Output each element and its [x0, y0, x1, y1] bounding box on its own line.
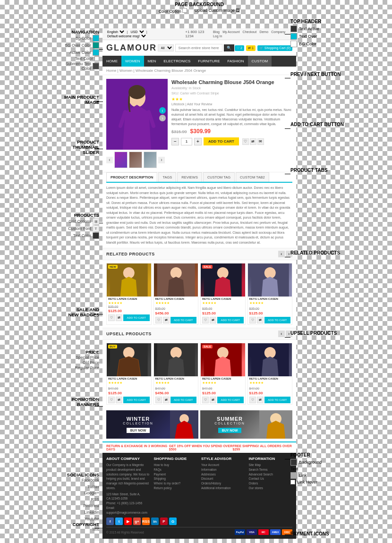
facebook-icon[interactable]: f: [106, 518, 114, 525]
thumb-prev-btn[interactable]: ‹: [106, 157, 113, 163]
linkedin-icon[interactable]: in: [151, 518, 159, 525]
nav-home[interactable]: HOME: [102, 56, 121, 67]
upsell-prev-arrow[interactable]: ‹: [278, 331, 285, 337]
search-input[interactable]: [175, 44, 222, 52]
nav-women[interactable]: WOMEN: [121, 56, 144, 67]
upsell-card-4-add-btn[interactable]: ADD TO CART: [264, 397, 291, 403]
nav-text-checkbox[interactable]: [94, 56, 99, 61]
card-2-wishlist[interactable]: ♡: [155, 317, 162, 323]
summer-buy-btn[interactable]: BUY NOW: [218, 428, 242, 433]
grid-options-btn[interactable]: ⊞: [93, 218, 99, 225]
related-prev-arrow[interactable]: ‹: [278, 251, 285, 257]
language-select[interactable]: English: [105, 30, 126, 34]
nav-bg-over-swatch[interactable]: [93, 42, 99, 49]
products-text-swatch[interactable]: [93, 232, 99, 239]
thumb-3[interactable]: [144, 152, 157, 168]
next-button[interactable]: ›: [159, 115, 166, 121]
upsell-card-3-wishlist[interactable]: ♡: [202, 397, 209, 403]
cart-icon[interactable]: 🛒 Shopping Cart (0): [257, 45, 292, 51]
faqs-link[interactable]: FAQs: [154, 468, 162, 471]
card-1-add-btn[interactable]: ADD TO CART: [123, 314, 150, 321]
card-3-wishlist[interactable]: ♡: [202, 317, 209, 323]
card-1-compare[interactable]: ⇌: [116, 314, 122, 321]
search-terms-link[interactable]: Search Terms: [249, 468, 268, 471]
category-select[interactable]: All: [158, 44, 174, 51]
nav-bg-swatch[interactable]: [93, 35, 99, 42]
shipping-link[interactable]: Shipping: [154, 477, 166, 480]
youtube-icon[interactable]: ▶: [124, 518, 132, 525]
our-stores-link[interactable]: Our stores: [249, 486, 263, 490]
compare-icon[interactable]: ⇌ 1: [246, 45, 256, 51]
upsell-card-2-wishlist[interactable]: ♡: [155, 397, 162, 403]
upsell-card-1-add-btn[interactable]: ADD TO CART: [123, 397, 150, 403]
info-orders-link[interactable]: Orders: [249, 482, 258, 485]
thumb-next-btn[interactable]: ›: [158, 157, 165, 163]
tab-reviews[interactable]: REVIEWS: [177, 172, 202, 182]
wishlist-icon[interactable]: ♡ 2: [235, 45, 244, 51]
currency-select[interactable]: USD: [129, 30, 145, 34]
card-3-add-btn[interactable]: ADD TO CART: [217, 317, 244, 323]
card-2-add-btn[interactable]: ADD TO CART: [170, 317, 197, 323]
add-to-cart-button[interactable]: ADD TO CART: [204, 137, 239, 145]
return-link[interactable]: Return policy: [154, 486, 172, 490]
nav-electronics[interactable]: ELECTRONICS: [160, 56, 194, 67]
addresses-link[interactable]: Addresses: [201, 473, 216, 476]
myaccount-link[interactable]: My Account: [222, 30, 239, 34]
demo-link[interactable]: Demo: [259, 30, 268, 34]
search-button[interactable]: 🔍: [224, 44, 234, 51]
welcome-select[interactable]: Default welcome msg!: [105, 34, 147, 38]
additional-info-link[interactable]: Additional information: [201, 486, 231, 490]
upsell-card-4-wishlist[interactable]: ♡: [249, 397, 256, 403]
color-option-checkbox[interactable]: [182, 8, 187, 13]
blog-link[interactable]: Blog: [213, 30, 220, 34]
card-4-wishlist[interactable]: ♡: [249, 317, 256, 323]
nav-custom[interactable]: CUSTOM: [248, 56, 272, 67]
qty-plus[interactable]: +: [194, 138, 202, 145]
your-account-link[interactable]: Your Account: [201, 463, 219, 467]
qty-input[interactable]: [181, 138, 192, 145]
checkout-link[interactable]: Checkout: [243, 30, 257, 34]
upsell-card-3-compare[interactable]: ⇌: [210, 397, 216, 403]
tab-product-description[interactable]: PRODUCT DESCRIPTION: [106, 172, 157, 182]
advanced-search-link[interactable]: Advanced Search: [249, 473, 273, 476]
login-link[interactable]: Log In: [213, 34, 222, 38]
tab-custom-tab2[interactable]: CUSTOM TAB2: [236, 172, 269, 182]
nav-men[interactable]: MEN: [144, 56, 160, 67]
wishlist-btn[interactable]: ♡: [242, 138, 249, 145]
card-4-add-btn[interactable]: ADD TO CART: [264, 317, 291, 323]
payment-link[interactable]: Payment: [154, 473, 166, 476]
nav-furniture[interactable]: FURNITURE: [194, 56, 223, 67]
text-over-swatch[interactable]: [290, 33, 297, 40]
google-icon[interactable]: G: [169, 518, 177, 525]
qty-minus[interactable]: −: [171, 138, 179, 145]
nav-active-swatch[interactable]: [93, 49, 99, 56]
googleplus-icon[interactable]: g+: [133, 518, 141, 525]
twitter-icon[interactable]: t: [115, 518, 123, 525]
upsell-card-1-wishlist[interactable]: ♡: [108, 397, 115, 403]
discount-link[interactable]: Discount: [201, 477, 213, 480]
nav-fashion[interactable]: FASHION: [223, 56, 247, 67]
card-4-compare[interactable]: ⇌: [257, 317, 264, 323]
tab-custom-tag[interactable]: CUSTOM TAG: [203, 172, 235, 182]
card-3-compare[interactable]: ⇌: [210, 317, 216, 323]
prev-button[interactable]: ‹: [159, 107, 166, 114]
footer-link-hover-checkbox[interactable]: [290, 480, 295, 484]
thumb-2[interactable]: [129, 152, 142, 168]
card-2-compare[interactable]: ⇌: [163, 317, 170, 323]
thumb-1[interactable]: [114, 152, 128, 168]
upsell-card-2-add-btn[interactable]: ADD TO CART: [170, 397, 197, 403]
tab-tags[interactable]: TAGS: [158, 172, 176, 182]
pinterest-icon[interactable]: P: [160, 518, 168, 525]
footer-link-swatch[interactable]: [290, 472, 297, 479]
upsell-card-2-compare[interactable]: ⇌: [163, 397, 170, 403]
compare-btn[interactable]: ⇌: [250, 138, 256, 145]
orders-link[interactable]: Orders/History: [201, 482, 221, 485]
share-btn[interactable]: ✉: [257, 138, 264, 145]
style-info-link[interactable]: Information: [201, 468, 217, 471]
winter-buy-btn[interactable]: BUY NOW: [127, 428, 150, 433]
upsell-card-1-compare[interactable]: ⇌: [116, 397, 122, 403]
custom-font-btn[interactable]: T: [93, 225, 99, 232]
bg-color-swatch[interactable]: [290, 41, 297, 47]
footer-bg-swatch[interactable]: [290, 459, 297, 466]
nav-submenu-swatch[interactable]: [93, 63, 99, 69]
